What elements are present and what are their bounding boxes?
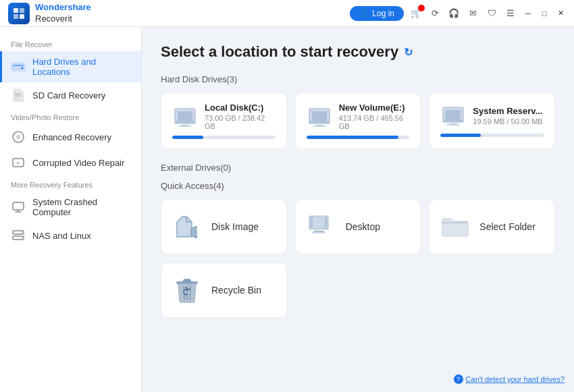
hard-disk-section-label: Hard Disk Drives(3): [161, 74, 555, 84]
menu-icon[interactable]: ☰: [504, 7, 517, 20]
logo-icon: [8, 3, 30, 24]
sidebar-item-system-crashed[interactable]: System Crashed Computer: [0, 192, 141, 223]
drive-card-e[interactable]: New Volume(E:) 413.74 GB / 465.56 GB: [295, 92, 421, 149]
drive-bar-fill-sys: [440, 134, 481, 137]
cant-detect-link[interactable]: ? Can't detect your hard drives?: [454, 374, 565, 384]
drive-bar-fill-e: [307, 136, 398, 139]
shield-icon[interactable]: 🛡: [485, 7, 498, 20]
sd-card-icon: [11, 88, 26, 103]
cart-badge: [418, 5, 425, 11]
cart-icon[interactable]: 🛒: [409, 7, 423, 20]
close-button[interactable]: ✕: [555, 8, 566, 19]
drive-name-e: New Volume(E:): [339, 103, 410, 113]
history-icon[interactable]: ⟳: [428, 7, 442, 20]
svg-rect-16: [178, 111, 192, 121]
sidebar-item-corrupted-video[interactable]: Corrupted Video Repair: [0, 150, 141, 175]
sidebar-item-hard-drives[interactable]: Hard Drives and Locations: [0, 51, 141, 82]
mail-icon[interactable]: ✉: [466, 7, 479, 20]
main-layout: File Recover Hard Drives and Locations S…: [0, 27, 574, 392]
login-button[interactable]: 👤 Log in: [350, 6, 404, 21]
drive-size-sys: 19.59 MB / 50.00 MB: [473, 117, 544, 125]
system-crashed-icon: [11, 200, 26, 215]
app-name-text: Wondershare Recoverit: [35, 2, 91, 25]
nas-linux-icon: [11, 228, 26, 243]
svg-rect-2: [14, 14, 18, 19]
drive-card-c[interactable]: Local Disk(C:) 73.00 GB / 238.42 GB: [161, 92, 287, 149]
drive-info-c: Local Disk(C:) 73.00 GB / 238.42 GB: [205, 103, 276, 130]
drive-name-c: Local Disk(C:): [205, 103, 276, 113]
drive-card-sys[interactable]: System Reserv... 19.59 MB / 50.00 MB: [429, 92, 555, 149]
sidebar-label-corrupted: Corrupted Video Repair: [32, 158, 124, 168]
svg-rect-29: [446, 124, 460, 125]
drive-bar-e: [307, 136, 410, 139]
svg-rect-31: [311, 217, 327, 227]
select-folder-icon: [440, 212, 470, 242]
quick-card-select-folder[interactable]: Select Folder: [429, 199, 555, 254]
svg-rect-10: [13, 202, 24, 210]
login-person-icon: 👤: [359, 9, 369, 18]
svg-rect-36: [176, 281, 198, 284]
refresh-icon[interactable]: ↻: [404, 46, 413, 59]
sidebar-label-sd-card: SD Card Recovery: [32, 90, 105, 101]
drive-bar-c: [172, 136, 276, 139]
svg-point-13: [21, 232, 22, 233]
maximize-button[interactable]: □: [539, 8, 550, 19]
svg-point-8: [16, 135, 20, 139]
drive-card-header-sys: System Reserv... 19.59 MB / 50.00 MB: [440, 103, 544, 128]
drive-icon-sys: [440, 103, 466, 128]
quick-access-label: Quick Access(4): [161, 181, 555, 191]
svg-rect-0: [14, 8, 18, 13]
drive-info-e: New Volume(E:) 413.74 GB / 465.56 GB: [339, 103, 410, 130]
titlebar: Wondershare Recoverit 👤 Log in 🛒 ⟳ 🎧 ✉ 🛡…: [0, 0, 574, 27]
quick-card-recycle-bin[interactable]: Recycle Bin: [161, 262, 287, 318]
sidebar-label-enhanced: Enhanced Recovery: [32, 132, 111, 142]
sidebar-item-enhanced-recovery[interactable]: Enhanced Recovery: [0, 124, 141, 150]
drive-bar-sys: [440, 134, 544, 137]
corrupted-video-icon: [11, 155, 26, 170]
select-folder-label: Select Folder: [479, 221, 535, 232]
drive-icon-c: [172, 104, 198, 130]
drive-icon-e: [307, 104, 332, 130]
external-drives-label: External Drives(0): [161, 163, 555, 173]
sidebar-label-nas: NAS and Linux: [32, 231, 91, 241]
sidebar-section-file-recover: File Recover: [0, 35, 141, 51]
svg-rect-24: [313, 125, 326, 127]
app-logo: Wondershare Recoverit: [8, 2, 91, 25]
sidebar-section-more: More Recovery Features: [0, 175, 141, 192]
drive-info-sys: System Reserv... 19.59 MB / 50.00 MB: [473, 106, 544, 125]
drive-size-c: 73.00 GB / 238.42 GB: [205, 114, 276, 130]
drive-card-header-e: New Volume(E:) 413.74 GB / 465.56 GB: [307, 103, 410, 130]
desktop-icon: [307, 212, 336, 242]
svg-rect-1: [20, 8, 24, 13]
svg-rect-27: [443, 119, 463, 122]
svg-point-14: [21, 237, 22, 239]
quick-card-disk-image[interactable]: Disk Image: [161, 199, 287, 254]
drive-card-header-c: Local Disk(C:) 73.00 GB / 238.42 GB: [172, 103, 276, 130]
sidebar-item-nas-linux[interactable]: NAS and Linux: [0, 223, 141, 248]
recycle-bin-label: Recycle Bin: [211, 285, 261, 296]
drive-size-e: 413.74 GB / 465.56 GB: [339, 114, 410, 130]
sidebar: File Recover Hard Drives and Locations S…: [0, 27, 142, 392]
sidebar-section-video-photo: Video/Photo Restore: [0, 108, 141, 124]
svg-rect-4: [11, 63, 25, 71]
sidebar-item-sd-card[interactable]: SD Card Recovery: [0, 82, 141, 108]
quick-card-desktop[interactable]: Desktop: [295, 199, 421, 254]
headset-icon[interactable]: 🎧: [447, 7, 461, 20]
svg-rect-21: [312, 111, 327, 121]
svg-rect-19: [178, 125, 192, 127]
svg-rect-17: [175, 121, 195, 123]
svg-rect-35: [325, 217, 327, 227]
question-circle-icon: ?: [454, 374, 463, 384]
desktop-label: Desktop: [346, 221, 380, 232]
drive-grid: Local Disk(C:) 73.00 GB / 238.42 GB: [161, 92, 555, 149]
drive-bar-fill-c: [172, 136, 203, 139]
sidebar-label-system-crashed: System Crashed Computer: [32, 197, 130, 217]
svg-rect-22: [309, 121, 330, 123]
svg-rect-5: [13, 65, 24, 66]
svg-point-6: [22, 67, 24, 69]
titlebar-actions: 👤 Log in 🛒 ⟳ 🎧 ✉ 🛡 ☰ ─ □ ✕: [350, 6, 566, 21]
quick-access-grid: Disk Image Desktop: [161, 199, 555, 318]
svg-rect-26: [446, 110, 461, 119]
minimize-button[interactable]: ─: [523, 8, 533, 19]
recycle-bin-icon: [172, 275, 202, 305]
